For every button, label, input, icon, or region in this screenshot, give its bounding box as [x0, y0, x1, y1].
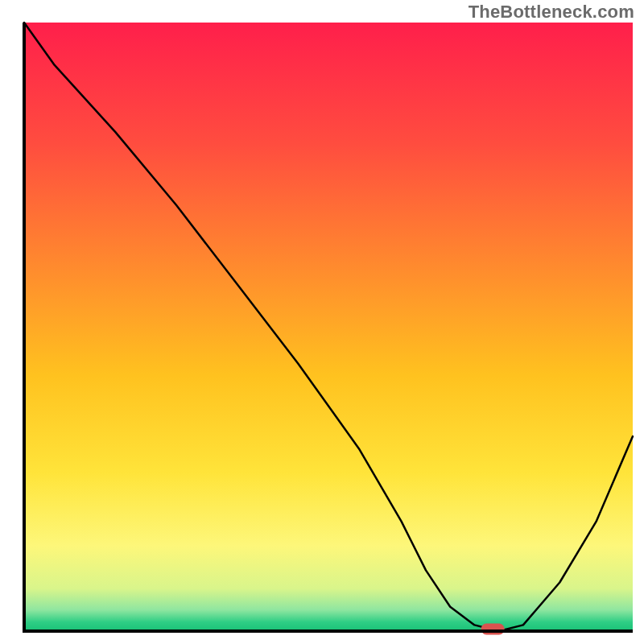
- watermark-text: TheBottleneck.com: [469, 2, 634, 23]
- minimum-marker: [481, 624, 504, 634]
- plot-background: [24, 23, 633, 631]
- chart-container: TheBottleneck.com: [0, 0, 644, 644]
- bottleneck-chart: [0, 0, 644, 644]
